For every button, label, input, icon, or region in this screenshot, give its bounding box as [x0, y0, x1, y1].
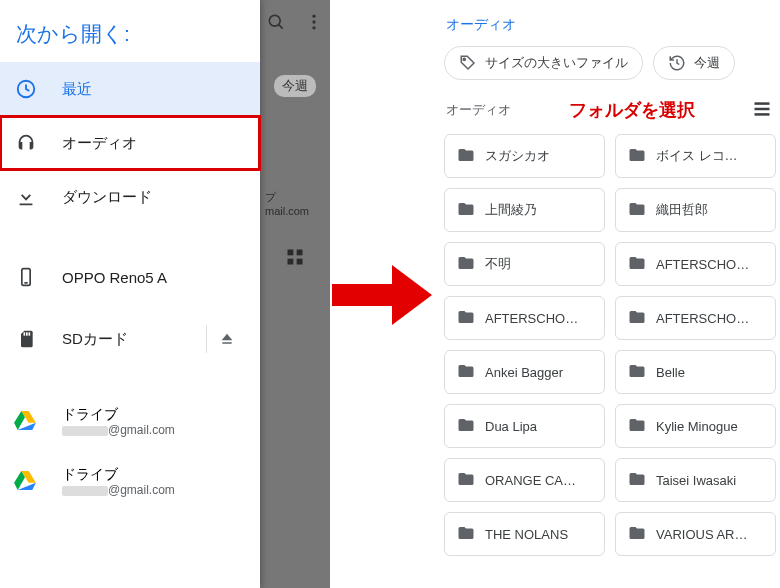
drive-account-2[interactable]: ドライブ @gmail.com [0, 452, 260, 512]
folder-name: THE NOLANS [485, 527, 568, 542]
folder-icon [457, 308, 475, 329]
folder-icon [457, 254, 475, 275]
folder-icon [628, 308, 646, 329]
folder-name: AFTERSCHO… [656, 311, 749, 326]
folder-card[interactable]: ボイス レコ… [615, 134, 776, 178]
folder-name: ORANGE CA… [485, 473, 576, 488]
chip-this-week[interactable]: 今週 [653, 46, 735, 80]
folder-card[interactable]: AFTERSCHO… [444, 296, 605, 340]
folder-name: Belle [656, 365, 685, 380]
backdrop-chip: 今週 [274, 75, 316, 97]
folder-card[interactable]: Taisei Iwasaki [615, 458, 776, 502]
sd-icon [14, 327, 38, 351]
search-icon [266, 12, 286, 37]
svg-rect-21 [332, 284, 392, 306]
folder-card[interactable]: Ankei Bagger [444, 350, 605, 394]
grid-view-icon [281, 243, 309, 271]
folder-icon [457, 200, 475, 221]
folder-name: 織田哲郎 [656, 201, 708, 219]
storage-device-phone[interactable]: OPPO Reno5 A [0, 246, 260, 308]
folder-card[interactable]: ORANGE CA… [444, 458, 605, 502]
folder-name: 上間綾乃 [485, 201, 537, 219]
svg-rect-14 [29, 332, 31, 335]
drawer-title: 次から開く: [0, 16, 260, 62]
folder-card[interactable]: 不明 [444, 242, 605, 286]
folder-icon [628, 416, 646, 437]
svg-point-3 [312, 20, 315, 23]
drawer-item-label: ダウンロード [62, 188, 246, 207]
folder-name: Ankei Bagger [485, 365, 563, 380]
folder-name: Kylie Minogue [656, 419, 738, 434]
callout-annotation: フォルダを選択 [569, 98, 695, 122]
phone-icon [14, 265, 38, 289]
folder-icon [457, 146, 475, 167]
drawer-item-label: オーディオ [62, 134, 246, 153]
folder-card[interactable]: 上間綾乃 [444, 188, 605, 232]
folder-card[interactable]: Kylie Minogue [615, 404, 776, 448]
folder-name: Taisei Iwasaki [656, 473, 736, 488]
account-label: ドライブ [62, 405, 175, 423]
history-icon [668, 54, 686, 72]
account-label: ドライブ [62, 465, 175, 483]
more-icon [304, 12, 324, 37]
svg-rect-12 [24, 332, 26, 335]
storage-label: SDカード [62, 330, 182, 349]
folder-card[interactable]: スガシカオ [444, 134, 605, 178]
list-view-toggle[interactable] [752, 99, 774, 121]
drawer-item-downloads[interactable]: ダウンロード [0, 170, 260, 224]
storage-label: OPPO Reno5 A [62, 269, 246, 286]
folder-icon [628, 146, 646, 167]
drawer-item-recent[interactable]: 最近 [0, 62, 260, 116]
folder-card[interactable]: THE NOLANS [444, 512, 605, 556]
chip-label: 今週 [694, 54, 720, 72]
folder-name: 不明 [485, 255, 511, 273]
folder-name: VARIOUS AR… [656, 527, 748, 542]
svg-rect-7 [288, 258, 294, 264]
folder-icon [457, 470, 475, 491]
folder-name: スガシカオ [485, 147, 550, 165]
drawer-item-audio[interactable]: オーディオ [0, 116, 260, 170]
folder-card[interactable]: 織田哲郎 [615, 188, 776, 232]
folder-icon [457, 416, 475, 437]
svg-point-2 [312, 15, 315, 18]
chip-large-files[interactable]: サイズの大きいファイル [444, 46, 643, 80]
folder-icon [628, 254, 646, 275]
svg-rect-25 [755, 108, 770, 111]
breadcrumb[interactable]: オーディオ [440, 16, 780, 46]
arrow-annotation [332, 260, 432, 330]
folder-name: AFTERSCHO… [485, 311, 578, 326]
storage-device-sd[interactable]: SDカード [0, 308, 260, 370]
folder-icon [628, 524, 646, 545]
headphones-icon [14, 131, 38, 155]
svg-point-4 [312, 26, 315, 29]
eject-button[interactable] [206, 325, 246, 353]
svg-marker-22 [392, 265, 432, 325]
chip-label: サイズの大きいファイル [485, 54, 628, 72]
svg-line-1 [279, 25, 283, 29]
folder-name: ボイス レコ… [656, 147, 738, 165]
section-label: オーディオ [446, 101, 511, 119]
svg-rect-5 [288, 249, 294, 255]
drive-account-1[interactable]: ドライブ @gmail.com [0, 392, 260, 452]
tag-icon [459, 54, 477, 72]
svg-rect-13 [26, 332, 28, 335]
backdrop-account-snippet: プ mail.com [265, 191, 325, 219]
folder-card[interactable]: Belle [615, 350, 776, 394]
folder-card[interactable]: AFTERSCHO… [615, 296, 776, 340]
folder-card[interactable]: Dua Lipa [444, 404, 605, 448]
folder-name: AFTERSCHO… [656, 257, 749, 272]
download-icon [14, 185, 38, 209]
folder-card[interactable]: AFTERSCHO… [615, 242, 776, 286]
folder-icon [457, 362, 475, 383]
folder-icon [457, 524, 475, 545]
drawer-item-label: 最近 [62, 80, 246, 99]
google-drive-icon [14, 410, 38, 434]
svg-point-23 [463, 58, 465, 60]
folder-icon [628, 200, 646, 221]
svg-point-0 [269, 15, 280, 26]
backdrop-dimmed: 今週 プ mail.com [260, 0, 330, 588]
folder-name: Dua Lipa [485, 419, 537, 434]
clock-icon [14, 77, 38, 101]
folder-card[interactable]: VARIOUS AR… [615, 512, 776, 556]
account-email: @gmail.com [62, 483, 175, 499]
